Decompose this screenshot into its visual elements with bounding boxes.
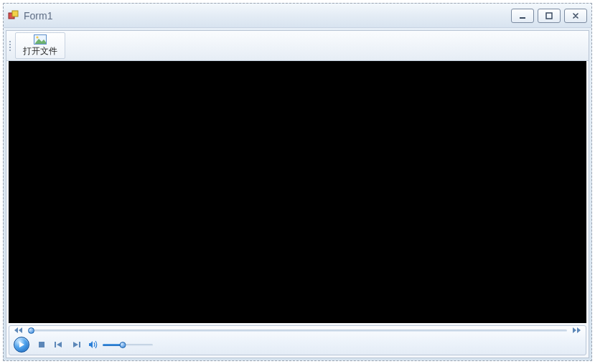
maximize-button[interactable] <box>538 9 561 23</box>
close-button[interactable] <box>564 9 587 23</box>
svg-rect-7 <box>55 342 56 347</box>
seekbar-row <box>9 326 586 335</box>
play-button[interactable] <box>14 337 29 353</box>
volume-thumb[interactable] <box>120 342 126 348</box>
minimize-button[interactable] <box>511 9 534 23</box>
svg-rect-6 <box>39 342 44 347</box>
window-title: Form1 <box>24 10 511 22</box>
volume-slider[interactable] <box>103 344 153 346</box>
image-icon <box>34 34 47 45</box>
client-area: 打开文件 <box>6 30 589 358</box>
toolbar: 打开文件 <box>6 31 589 61</box>
previous-button[interactable] <box>54 340 64 350</box>
titlebar: Form1 <box>4 4 591 28</box>
svg-rect-1 <box>12 11 18 17</box>
form-window: Form1 <box>3 3 592 361</box>
svg-rect-2 <box>520 17 525 19</box>
next-button[interactable] <box>71 340 81 350</box>
svg-rect-8 <box>79 342 80 347</box>
volume-icon[interactable] <box>88 340 98 350</box>
seek-forward-button[interactable] <box>571 327 581 334</box>
seek-slider[interactable] <box>28 330 567 332</box>
video-area[interactable] <box>9 61 586 323</box>
svg-rect-3 <box>546 13 552 19</box>
volume-control <box>88 340 153 350</box>
toolbar-grip <box>9 32 14 59</box>
svg-point-5 <box>36 36 38 38</box>
seek-thumb[interactable] <box>28 327 34 334</box>
seek-back-button[interactable] <box>14 327 24 334</box>
app-icon <box>8 10 19 22</box>
stop-button[interactable] <box>37 340 47 350</box>
open-file-button[interactable]: 打开文件 <box>15 32 65 59</box>
media-player-controls <box>9 325 586 355</box>
window-controls <box>511 9 587 23</box>
transport-row <box>9 335 586 355</box>
open-file-label: 打开文件 <box>23 45 57 57</box>
